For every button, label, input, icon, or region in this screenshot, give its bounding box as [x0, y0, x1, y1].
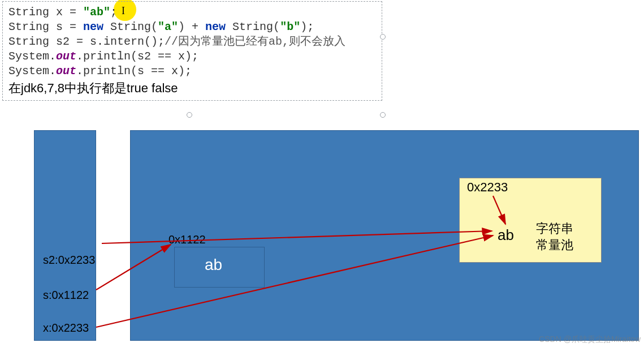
pool-label: 字符串 常量池 [536, 221, 573, 253]
stack-entry-s: s:0x1122 [43, 289, 89, 302]
watermark: CSDN @爪哇贡尘拾Miraitow [539, 335, 641, 345]
heap-object-1122-value: ab [205, 256, 222, 274]
text-cursor-icon: I [122, 5, 125, 17]
stack-entry-s2: s2:0x2233 [43, 254, 95, 267]
resize-handle-icon[interactable] [380, 34, 386, 40]
result-summary: 在jdk6,7,8中执行都是true false [8, 80, 376, 97]
pool-value: ab [498, 226, 514, 244]
code-line-4: System.out.println(s2 == x); [8, 49, 376, 64]
code-line-5: System.out.println(s == x); [8, 64, 376, 79]
code-line-3: String s2 = s.intern();//因为常量池已经有ab,则不会放… [8, 35, 376, 49]
code-line-1: String x = "ab"; [8, 5, 376, 20]
code-line-2: String s = new String("a") + new String(… [8, 20, 376, 35]
stack-column [34, 130, 96, 341]
resize-handle-icon[interactable] [187, 112, 192, 118]
stack-entry-x: x:0x2233 [43, 322, 89, 335]
code-block: I String x = "ab"; String s = new String… [2, 1, 382, 101]
pool-address: 0x2233 [467, 180, 508, 195]
resize-handle-icon[interactable] [380, 112, 386, 118]
heap-object-1122-address: 0x1122 [168, 233, 206, 246]
